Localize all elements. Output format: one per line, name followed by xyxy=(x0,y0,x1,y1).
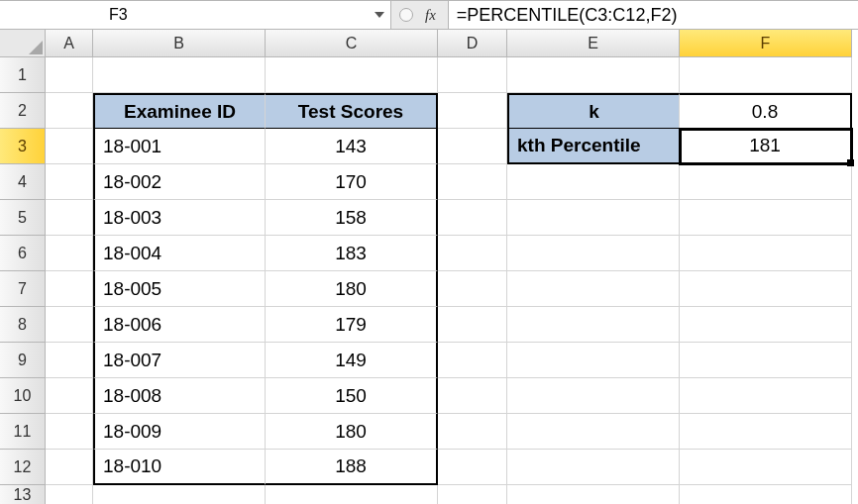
cell-B11[interactable]: 18-009 xyxy=(93,414,266,450)
col-header-C[interactable]: C xyxy=(266,30,438,57)
fx-icon[interactable]: fx xyxy=(421,7,440,24)
row-header-11[interactable]: 11 xyxy=(0,414,46,450)
cell-B8[interactable]: 18-006 xyxy=(93,307,266,343)
row-header-9[interactable]: 9 xyxy=(0,343,46,378)
cancel-icon[interactable] xyxy=(399,8,413,22)
cell-B2[interactable]: Examinee ID xyxy=(93,93,266,129)
cell-C8[interactable]: 179 xyxy=(266,307,438,343)
col-header-B[interactable]: B xyxy=(93,30,266,57)
col-header-F[interactable]: F xyxy=(680,30,852,57)
cell-B1[interactable] xyxy=(93,57,266,93)
cell-F5[interactable] xyxy=(680,200,852,236)
cell-B10[interactable]: 18-008 xyxy=(93,378,266,414)
row-header-12[interactable]: 12 xyxy=(0,450,46,485)
cell-D12[interactable] xyxy=(438,450,507,485)
cell-A6[interactable] xyxy=(46,236,93,271)
cell-B13[interactable] xyxy=(93,485,266,504)
name-box[interactable]: F3 xyxy=(0,1,391,29)
cell-E9[interactable] xyxy=(507,343,680,378)
cell-A8[interactable] xyxy=(46,307,93,343)
cell-C3[interactable]: 143 xyxy=(266,129,438,164)
cell-D8[interactable] xyxy=(438,307,507,343)
cell-D1[interactable] xyxy=(438,57,507,93)
cell-A12[interactable] xyxy=(46,450,93,485)
row-header-7[interactable]: 7 xyxy=(0,271,46,307)
row-header-6[interactable]: 6 xyxy=(0,236,46,271)
cell-C13[interactable] xyxy=(266,485,438,504)
cell-D7[interactable] xyxy=(438,271,507,307)
cell-A1[interactable] xyxy=(46,57,93,93)
col-header-A[interactable]: A xyxy=(46,30,93,57)
cell-A11[interactable] xyxy=(46,414,93,450)
formula-input[interactable]: =PERCENTILE(C3:C12,F2) xyxy=(449,1,858,29)
cell-F10[interactable] xyxy=(680,378,852,414)
cell-F7[interactable] xyxy=(680,271,852,307)
cell-E10[interactable] xyxy=(507,378,680,414)
cell-A5[interactable] xyxy=(46,200,93,236)
cell-D9[interactable] xyxy=(438,343,507,378)
cell-C1[interactable] xyxy=(266,57,438,93)
cell-B4[interactable]: 18-002 xyxy=(93,164,266,200)
cell-E1[interactable] xyxy=(507,57,680,93)
row-header-5[interactable]: 5 xyxy=(0,200,46,236)
fill-handle[interactable] xyxy=(847,159,854,166)
cell-F1[interactable] xyxy=(680,57,852,93)
cell-F3[interactable]: 181 xyxy=(680,129,852,164)
row-header-8[interactable]: 8 xyxy=(0,307,46,343)
cell-F8[interactable] xyxy=(680,307,852,343)
cell-C11[interactable]: 180 xyxy=(266,414,438,450)
row-header-2[interactable]: 2 xyxy=(0,93,46,129)
cell-F11[interactable] xyxy=(680,414,852,450)
cell-A9[interactable] xyxy=(46,343,93,378)
row-header-4[interactable]: 4 xyxy=(0,164,46,200)
cell-C2[interactable]: Test Scores xyxy=(266,93,438,129)
row-header-10[interactable]: 10 xyxy=(0,378,46,414)
select-all-corner[interactable] xyxy=(0,30,46,57)
name-box-dropdown-icon[interactable] xyxy=(375,12,384,18)
cell-C10[interactable]: 150 xyxy=(266,378,438,414)
row-header-13[interactable]: 13 xyxy=(0,485,46,504)
cell-C5[interactable]: 158 xyxy=(266,200,438,236)
cell-C6[interactable]: 183 xyxy=(266,236,438,271)
cell-B6[interactable]: 18-004 xyxy=(93,236,266,271)
cell-C4[interactable]: 170 xyxy=(266,164,438,200)
cell-A13[interactable] xyxy=(46,485,93,504)
cell-A2[interactable] xyxy=(46,93,93,129)
cell-E2[interactable]: k xyxy=(507,93,680,129)
cell-F6[interactable] xyxy=(680,236,852,271)
cell-E4[interactable] xyxy=(507,164,680,200)
cell-B3[interactable]: 18-001 xyxy=(93,129,266,164)
cell-A7[interactable] xyxy=(46,271,93,307)
cell-F2[interactable]: 0.8 xyxy=(680,93,852,129)
cell-F13[interactable] xyxy=(680,485,852,504)
cell-E3[interactable]: kth Percentile xyxy=(507,129,680,164)
row-header-1[interactable]: 1 xyxy=(0,57,46,93)
cell-B5[interactable]: 18-003 xyxy=(93,200,266,236)
cell-B7[interactable]: 18-005 xyxy=(93,271,266,307)
cell-D4[interactable] xyxy=(438,164,507,200)
col-header-E[interactable]: E xyxy=(507,30,680,57)
cell-F9[interactable] xyxy=(680,343,852,378)
cell-F4[interactable] xyxy=(680,164,852,200)
cell-A3[interactable] xyxy=(46,129,93,164)
cell-C12[interactable]: 188 xyxy=(266,450,438,485)
cell-E12[interactable] xyxy=(507,450,680,485)
cell-D10[interactable] xyxy=(438,378,507,414)
cell-E11[interactable] xyxy=(507,414,680,450)
cell-D5[interactable] xyxy=(438,200,507,236)
cell-F12[interactable] xyxy=(680,450,852,485)
cell-D11[interactable] xyxy=(438,414,507,450)
cell-D2[interactable] xyxy=(438,93,507,129)
cell-A10[interactable] xyxy=(46,378,93,414)
cell-E13[interactable] xyxy=(507,485,680,504)
col-header-D[interactable]: D xyxy=(438,30,507,57)
cell-D6[interactable] xyxy=(438,236,507,271)
cell-E6[interactable] xyxy=(507,236,680,271)
cell-E8[interactable] xyxy=(507,307,680,343)
cell-C7[interactable]: 180 xyxy=(266,271,438,307)
row-header-3[interactable]: 3 xyxy=(0,129,46,164)
cell-E7[interactable] xyxy=(507,271,680,307)
cell-C9[interactable]: 149 xyxy=(266,343,438,378)
cell-D3[interactable] xyxy=(438,129,507,164)
cell-E5[interactable] xyxy=(507,200,680,236)
